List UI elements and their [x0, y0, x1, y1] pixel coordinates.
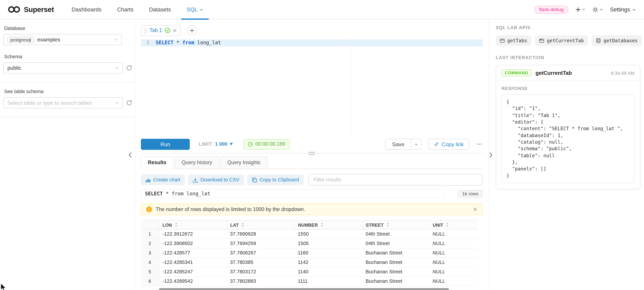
plus-icon	[190, 28, 194, 33]
sort-icon	[241, 223, 244, 227]
cell-unit: NULL	[429, 239, 477, 248]
chevron-down-icon	[582, 8, 585, 11]
superset-sql-lab: Superset Dashboards Charts Datasets SQL …	[0, 0, 644, 290]
database-icon	[596, 38, 601, 43]
column-header-lon[interactable]: LON	[159, 220, 227, 229]
row-count-badge: 1k rows	[458, 190, 482, 198]
chevron-down-icon	[600, 8, 603, 11]
query-timer: 00:00:00.189	[243, 139, 289, 149]
save-dropdown-button[interactable]	[411, 139, 422, 150]
copy-to-clipboard-button[interactable]: Copy to Clipboard	[247, 174, 304, 185]
results-toolbar: Create chart Download to CSV Copy to Cli…	[141, 174, 482, 186]
row-number: 3	[141, 248, 159, 258]
theme-toggle-dropdown[interactable]	[592, 6, 603, 13]
tab-results[interactable]: Results	[141, 156, 174, 169]
response-label: RESPONSE	[502, 86, 634, 91]
main-nav: Dashboards Charts Datasets SQL	[64, 0, 211, 19]
query-preview-row: SELECT * from long_lat 1k rows	[141, 189, 482, 198]
caret-down-icon	[229, 143, 233, 145]
cell-lon: -122.4285341	[159, 258, 227, 267]
schema-value: public	[8, 65, 22, 71]
limit-value: 1 000	[215, 141, 227, 147]
cell-lon: -122.4285247	[159, 267, 227, 277]
navbar: Superset Dashboards Charts Datasets SQL …	[0, 0, 644, 19]
nav-datasets[interactable]: Datasets	[141, 0, 178, 19]
header-row: LON LAT NUMBER STREET UNIT	[141, 220, 477, 229]
database-select[interactable]: postgresql examples	[3, 34, 122, 45]
chevron-down-icon	[200, 7, 204, 11]
cell-street: Buchanan Street	[362, 277, 429, 286]
refresh-schemas-button[interactable]	[126, 65, 132, 71]
row-number: 6	[141, 277, 159, 286]
brand[interactable]: Superset	[8, 5, 54, 14]
tab-query-history[interactable]: Query history	[174, 156, 219, 169]
cell-lon: -122.4289542	[159, 277, 227, 286]
sql-code-line: SELECT * from long_lat	[156, 39, 221, 46]
cell-street: Buchanan Street	[362, 248, 429, 258]
api-panel-title: SQL LAB APIS	[496, 25, 640, 30]
table-select[interactable]: Select table or type to search tables	[3, 97, 123, 108]
collapse-sidebar-button[interactable]	[128, 152, 132, 158]
copy-link-button[interactable]: Copy link	[428, 139, 469, 150]
table-row: 3 -122.428577 37.7806267 1160 Buchanan S…	[141, 248, 477, 258]
cell-lat: 37.7690928	[227, 229, 294, 239]
sql-table-name: long_lat	[197, 40, 221, 45]
chart-icon	[146, 177, 151, 183]
schema-select[interactable]: public	[3, 62, 123, 74]
get-databases-button[interactable]: getDatabases	[592, 35, 642, 46]
code-editor[interactable]: 1 SELECT * from long_lat	[141, 38, 482, 135]
column-header-unit[interactable]: UNIT	[429, 220, 477, 229]
save-split-button: Save	[385, 139, 422, 150]
tab-query-insights[interactable]: Query Insights	[220, 156, 268, 169]
get-tabs-button[interactable]: getTabs	[496, 35, 531, 46]
filter-results-input[interactable]	[308, 174, 482, 186]
superset-logo-icon	[8, 5, 21, 14]
pane-divider	[141, 153, 482, 153]
table-row: 2 -122.3908502 37.7694259 1505 04th Stre…	[141, 239, 477, 248]
results-tabbar: Results Query history Query Insights	[141, 156, 482, 169]
sql-keyword: from	[182, 40, 194, 45]
cell-number: 1505	[294, 239, 362, 248]
column-header-number[interactable]: NUMBER	[294, 220, 362, 229]
warning-icon	[146, 207, 152, 212]
sql-lab-sidebar: Database postgresql examples Schema publ…	[0, 19, 136, 290]
close-tab-icon[interactable]	[173, 28, 176, 32]
editor-tab[interactable]: Tab 1	[141, 25, 180, 36]
refresh-tables-button[interactable]	[126, 100, 132, 106]
column-header-street[interactable]: STREET	[362, 220, 429, 229]
nav-dashboards[interactable]: Dashboards	[64, 0, 109, 19]
cell-street: 04th Street	[362, 239, 429, 248]
save-button[interactable]: Save	[385, 139, 411, 150]
environment-badge: flask-debug	[534, 5, 568, 13]
table-select-placeholder: Select table or type to search tables	[8, 100, 92, 106]
chevron-right-icon	[489, 152, 492, 158]
cell-lat: 37.7803172	[227, 267, 294, 277]
nav-charts[interactable]: Charts	[109, 0, 141, 19]
table-row: 1 -122.3912672 37.7690928 1550 04th Stre…	[141, 229, 477, 239]
run-button[interactable]: Run	[141, 139, 190, 150]
cell-unit: NULL	[429, 267, 477, 277]
last-interaction-card: COMMAND getCurrentTab 9:34:48 AM RESPONS…	[496, 65, 640, 189]
limit-dropdown[interactable]: LIMIT: 1 000	[199, 141, 233, 147]
resize-grip[interactable]	[308, 152, 315, 155]
column-header-lat[interactable]: LAT	[227, 220, 294, 229]
nav-sql[interactable]: SQL	[179, 0, 211, 19]
sidebar-divider	[0, 117, 136, 117]
add-tab-button[interactable]	[187, 25, 197, 35]
settings-menu[interactable]: Settings	[610, 6, 636, 13]
get-current-tab-button[interactable]: getCurrentTab	[535, 35, 588, 46]
new-item-dropdown[interactable]	[576, 7, 585, 12]
download-csv-button[interactable]: Download to CSV	[188, 174, 244, 185]
editor-tabbar: Tab 1	[141, 24, 482, 37]
collapse-api-panel-button[interactable]	[489, 152, 492, 158]
cell-street: 04th Street	[362, 229, 429, 239]
table-schema-label: See table schema	[4, 89, 132, 94]
dismiss-warning-button[interactable]	[473, 207, 477, 211]
more-options-button[interactable]	[476, 143, 483, 145]
print-margin	[350, 38, 351, 135]
scrollbar-thumb[interactable]	[159, 288, 449, 290]
interaction-card-header: COMMAND getCurrentTab 9:34:48 AM	[496, 65, 640, 81]
create-chart-button[interactable]: Create chart	[141, 174, 185, 185]
cell-number: 1550	[294, 229, 362, 239]
query-preview: SELECT * from long_lat	[141, 189, 444, 198]
